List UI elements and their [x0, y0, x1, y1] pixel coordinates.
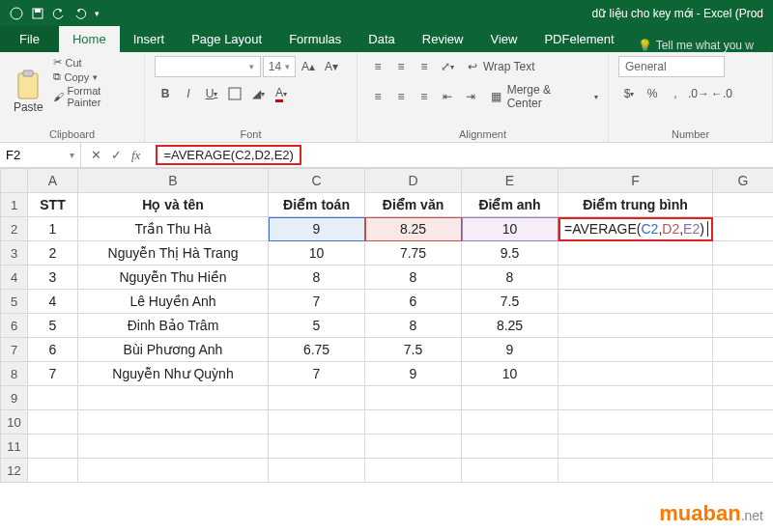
- tell-me[interactable]: 💡 Tell me what you w: [638, 39, 754, 52]
- cell[interactable]: [462, 459, 558, 483]
- cell[interactable]: [713, 386, 774, 410]
- cell[interactable]: 10: [269, 241, 365, 266]
- cell[interactable]: [78, 386, 269, 410]
- cell[interactable]: Nguyễn Thu Hiền: [78, 266, 269, 290]
- cell[interactable]: 7: [28, 362, 78, 386]
- row-header[interactable]: 4: [1, 266, 28, 290]
- tab-page-layout[interactable]: Page Layout: [178, 26, 275, 52]
- cell[interactable]: 7: [269, 290, 365, 314]
- column-header[interactable]: F: [558, 169, 713, 193]
- row-header[interactable]: 8: [1, 362, 28, 386]
- row-header[interactable]: 11: [1, 434, 28, 459]
- percent-icon[interactable]: %: [642, 83, 663, 104]
- cell[interactable]: 10: [462, 362, 558, 386]
- cell[interactable]: 5: [28, 314, 78, 338]
- cell[interactable]: [713, 193, 774, 217]
- cell[interactable]: Bùi Phương Anh: [78, 338, 269, 362]
- cell[interactable]: [713, 314, 774, 338]
- italic-button[interactable]: I: [178, 83, 199, 104]
- decrease-font-icon[interactable]: A▾: [321, 56, 342, 77]
- cell[interactable]: [713, 266, 774, 290]
- row-header[interactable]: 6: [1, 314, 28, 338]
- column-header[interactable]: B: [78, 169, 269, 193]
- align-right-icon[interactable]: ≡: [414, 86, 435, 107]
- cell[interactable]: [713, 338, 774, 362]
- border-button[interactable]: [224, 83, 245, 104]
- increase-decimal-icon[interactable]: .0→: [688, 83, 709, 104]
- tab-data[interactable]: Data: [355, 26, 408, 52]
- cell[interactable]: [462, 410, 558, 434]
- tab-file[interactable]: File: [0, 26, 59, 52]
- align-center-icon[interactable]: ≡: [390, 86, 412, 107]
- bold-button[interactable]: B: [155, 83, 176, 104]
- cell[interactable]: 6: [365, 290, 462, 314]
- row-header[interactable]: 3: [1, 241, 28, 266]
- cell[interactable]: [269, 386, 365, 410]
- cell[interactable]: 8: [365, 314, 462, 338]
- decrease-indent-icon[interactable]: ⇤: [437, 86, 458, 107]
- cell[interactable]: [78, 459, 269, 483]
- cell[interactable]: [365, 386, 462, 410]
- cell[interactable]: 1: [28, 217, 78, 241]
- cell[interactable]: 6.75: [269, 338, 365, 362]
- cell[interactable]: 8.25: [462, 314, 558, 338]
- cell[interactable]: [365, 410, 462, 434]
- cell[interactable]: [558, 362, 713, 386]
- align-left-icon[interactable]: ≡: [367, 86, 388, 107]
- font-name-combo[interactable]: ▾: [155, 56, 261, 77]
- cell[interactable]: [78, 434, 269, 459]
- align-middle-icon[interactable]: ≡: [390, 56, 412, 77]
- paste-button[interactable]: Paste: [10, 56, 47, 126]
- currency-icon[interactable]: $▾: [618, 83, 640, 104]
- cell[interactable]: [28, 459, 78, 483]
- fx-icon[interactable]: fx: [131, 148, 140, 163]
- cell[interactable]: [558, 338, 713, 362]
- align-top-icon[interactable]: ≡: [367, 56, 388, 77]
- cell[interactable]: [713, 362, 774, 386]
- undo-icon[interactable]: [52, 7, 66, 20]
- cell[interactable]: [558, 241, 713, 266]
- cell[interactable]: [28, 410, 78, 434]
- cell[interactable]: Lê Huyền Anh: [78, 290, 269, 314]
- cell[interactable]: 9: [365, 362, 462, 386]
- copy-button[interactable]: ⧉Copy▾: [53, 70, 134, 83]
- column-header[interactable]: C: [269, 169, 365, 193]
- cell[interactable]: Đinh Bảo Trâm: [78, 314, 269, 338]
- save-icon[interactable]: [31, 7, 44, 20]
- row-header[interactable]: 9: [1, 386, 28, 410]
- row-header[interactable]: 12: [1, 459, 28, 483]
- orientation-icon[interactable]: ⤢▾: [437, 56, 458, 77]
- redo-icon[interactable]: [73, 7, 87, 20]
- cell[interactable]: 2: [28, 241, 78, 266]
- row-header[interactable]: 2: [1, 217, 28, 241]
- row-header[interactable]: 1: [1, 193, 28, 217]
- tab-review[interactable]: Review: [409, 26, 477, 52]
- cell[interactable]: Nguyễn Như Quỳnh: [78, 362, 269, 386]
- cell[interactable]: [28, 386, 78, 410]
- cell[interactable]: [462, 386, 558, 410]
- cell[interactable]: =AVERAGE(C2,D2,E2): [558, 217, 713, 241]
- cell[interactable]: [28, 434, 78, 459]
- cell[interactable]: [462, 434, 558, 459]
- column-header[interactable]: G: [713, 169, 774, 193]
- font-size-combo[interactable]: 14▾: [263, 56, 296, 77]
- tab-insert[interactable]: Insert: [120, 26, 179, 52]
- cell[interactable]: Điểm toán: [269, 193, 365, 217]
- cell[interactable]: [558, 386, 713, 410]
- tab-home[interactable]: Home: [59, 26, 120, 52]
- worksheet[interactable]: ABCDEFG1STTHọ và tênĐiểm toánĐiểm vănĐiể…: [0, 168, 773, 483]
- cell[interactable]: [558, 314, 713, 338]
- column-header[interactable]: A: [28, 169, 78, 193]
- cell[interactable]: Họ và tên: [78, 193, 269, 217]
- cell[interactable]: 7: [269, 362, 365, 386]
- cell[interactable]: 6: [28, 338, 78, 362]
- column-header[interactable]: E: [462, 169, 558, 193]
- cell[interactable]: Trần Thu Hà: [78, 217, 269, 241]
- cell[interactable]: STT: [28, 193, 78, 217]
- cell[interactable]: Điểm anh: [462, 193, 558, 217]
- cell[interactable]: [365, 459, 462, 483]
- merge-center-button[interactable]: ▦Merge & Center▾: [491, 83, 598, 110]
- qat-customize-icon[interactable]: ▾: [95, 9, 100, 18]
- row-header[interactable]: 7: [1, 338, 28, 362]
- cell[interactable]: [558, 290, 713, 314]
